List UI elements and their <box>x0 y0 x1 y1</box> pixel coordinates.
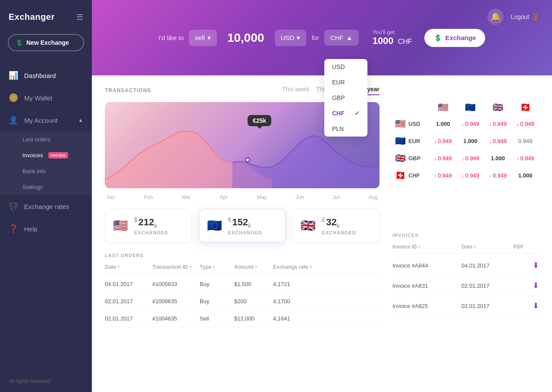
download-icon-3[interactable]: ⬇ <box>533 302 539 310</box>
order-txid-1: #1005633 <box>152 281 200 287</box>
chevron-down-icon: ▾ <box>297 34 300 42</box>
download-icon-1[interactable]: ⬇ <box>533 261 539 270</box>
currency-option-eur[interactable]: EUR <box>324 75 367 90</box>
currency-card-usd[interactable]: 🇺🇸 $212k EXCHANGED <box>105 209 192 243</box>
topbar-actions: 🔔 Logout 🚪 <box>487 9 539 25</box>
currency-option-usd[interactable]: USD <box>324 59 367 75</box>
sidebar-item-wallet[interactable]: 🪙 My Wallet <box>0 87 92 109</box>
sidebar-nav: 📊 Dashboard 🪙 My Wallet 👤 My Account ▲ L… <box>0 64 92 370</box>
currency-to-wrapper: CHF ▲ USD EUR GBP CHF ✓ <box>324 30 359 46</box>
action-select[interactable]: sell ▾ <box>189 30 217 46</box>
invoice-id-3: Invoice #A825 <box>392 303 461 309</box>
sidebar-item-bank-info[interactable]: Bank info <box>0 163 92 179</box>
currency-option-chf[interactable]: CHF ✓ <box>324 106 367 121</box>
order-amount-2: $200 <box>234 298 273 305</box>
invoice-id-1: Invoice #A844 <box>392 262 461 269</box>
sidebar-item-settings[interactable]: Settings <box>0 179 92 195</box>
exchange-icon: 💲 <box>434 34 442 42</box>
dashboard-cols: TRANSACTIONS This week This month This y… <box>105 86 539 327</box>
order-rate-1: 4,1721 <box>273 281 380 287</box>
gbp-label: EXCHANGED <box>322 230 356 235</box>
dashboard: TRANSACTIONS This week This month This y… <box>92 75 552 392</box>
chart-labels: Jan Feb Mar Apr May Jun Jul Aug <box>105 194 380 200</box>
chart-tooltip: €25k <box>248 115 271 126</box>
chart-label-feb: Feb <box>144 194 153 200</box>
chart-label-may: May <box>257 194 267 200</box>
chart-label-jan: Jan <box>107 194 115 200</box>
invoice-id-2: Invoice #A831 <box>392 283 461 289</box>
currency-from-select[interactable]: USD ▾ <box>275 30 307 46</box>
invoice-date-2: 02.01.2017 <box>461 283 513 289</box>
currency-option-pln[interactable]: PLN <box>324 121 367 137</box>
logout-button[interactable]: Logout 🚪 <box>511 13 539 20</box>
dashboard-inner: TRANSACTIONS This week This month This y… <box>92 75 552 392</box>
col-header-exrate[interactable]: Exchange rate ▾ <box>273 264 380 270</box>
order-row-1: 04.01.2017 #1005633 Buy $1,500 4,1721 <box>105 276 380 293</box>
invoice-date-3: 02.01.2017 <box>461 303 513 309</box>
sidebar-item-help[interactable]: ❓ Help <box>0 218 92 240</box>
sidebar-item-dashboard[interactable]: 📊 Dashboard <box>0 64 92 87</box>
for-label: for <box>311 34 319 41</box>
topbar: 🔔 Logout 🚪 I'd like to sell ▾ USD ▾ for … <box>92 0 552 75</box>
download-icon-2[interactable]: ⬇ <box>533 281 539 290</box>
sidebar-item-invoices[interactable]: Invoices overdue <box>0 147 92 163</box>
currency-dropdown: USD EUR GBP CHF ✓ PLN <box>324 59 367 137</box>
right-column: 🇺🇸 🇪🇺 🇬🇧 🇨🇭 🇺🇸 USD 1.000 <box>392 86 539 327</box>
order-rate-3: 4,1641 <box>273 315 380 322</box>
last-orders-section: LAST ORDERS Date ▾ Transaction ID ▾ Type… <box>105 253 380 327</box>
currency-card-eur[interactable]: 🇪🇺 €152k EXCHANGED <box>199 209 286 243</box>
wallet-icon: 🪙 <box>9 93 18 103</box>
gbp-info: £32k EXCHANGED <box>322 216 356 235</box>
chart-label-jun: Jun <box>295 194 304 200</box>
invoice-pdf-2[interactable]: ⬇ <box>513 281 539 290</box>
invoice-row-3: Invoice #A825 02.01.2017 ⬇ <box>392 296 539 316</box>
exchange-rates-icon: 💱 <box>9 202 18 211</box>
transactions-title: TRANSACTIONS <box>105 87 151 93</box>
currency-option-gbp[interactable]: GBP <box>324 90 367 106</box>
i-like-to-label: I'd like to <box>159 34 184 41</box>
invoice-pdf-1[interactable]: ⬇ <box>513 261 539 270</box>
notification-icon[interactable]: 🔔 <box>487 9 504 25</box>
sidebar-item-last-orders[interactable]: Last orders <box>0 131 92 147</box>
order-date-1: 04.01.2017 <box>105 281 152 287</box>
chart-label-apr: Apr <box>220 194 228 200</box>
order-rate-2: 4,1700 <box>273 298 380 305</box>
rate-row-usd: 🇺🇸 USD 1.000 0.949 0.949 0.949 <box>392 115 539 132</box>
col-header-type[interactable]: Type ▾ <box>200 264 234 270</box>
col-header-invoice-id[interactable]: Invoice ID ▾ <box>392 244 461 250</box>
hamburger-icon[interactable]: ☰ <box>76 12 83 22</box>
order-date-2: 02.01.2017 <box>105 298 152 305</box>
invoice-pdf-3[interactable]: ⬇ <box>513 301 539 311</box>
rate-row-gbp: 🇬🇧 GBP 0.949 0.949 1.000 0.949 <box>392 149 539 167</box>
usd-info: $212k EXCHANGED <box>134 216 168 235</box>
chart-data-point <box>245 157 250 162</box>
order-row-3: 02.01.2017 #1004635 Sell $12,000 4,1641 <box>105 310 380 327</box>
youll-get-label: You'll get <box>373 29 395 35</box>
col-header-amount[interactable]: Amount ▾ <box>234 264 273 270</box>
usd-amount: $212k <box>134 216 168 229</box>
sidebar-item-account[interactable]: 👤 My Account ▲ <box>0 109 92 131</box>
filter-this-week[interactable]: This week <box>282 86 309 95</box>
sidebar-item-exchange-rates[interactable]: 💱 Exchange rates <box>0 195 92 218</box>
col-header-date[interactable]: Date ▾ <box>105 264 152 270</box>
col-header-invoice-date[interactable]: Date ▾ <box>461 244 513 250</box>
chart-label-aug: Aug <box>369 194 378 200</box>
dashboard-icon: 📊 <box>9 71 18 80</box>
sidebar-footer: All rights reserved <box>0 370 92 392</box>
usd-flag: 🇺🇸 <box>113 218 128 233</box>
chevron-up-icon: ▲ <box>78 117 83 123</box>
gbp-flag: 🇬🇧 <box>301 218 316 233</box>
rate-table: 🇺🇸 🇪🇺 🇬🇧 🇨🇭 🇺🇸 USD 1.000 <box>392 100 539 184</box>
exchange-button[interactable]: 💲 Exchange <box>424 29 486 47</box>
sidebar: Exchanger ☰ 💲 New Exchange 📊 Dashboard 🪙… <box>0 0 92 392</box>
currency-to-select[interactable]: CHF ▲ <box>324 30 359 46</box>
exchange-rates-section: 🇺🇸 🇪🇺 🇬🇧 🇨🇭 🇺🇸 USD 1.000 <box>392 86 539 184</box>
col-header-txid[interactable]: Transaction ID ▾ <box>152 264 200 270</box>
rate-header-chf: 🇨🇭 <box>511 100 539 115</box>
new-exchange-button[interactable]: 💲 New Exchange <box>8 34 84 51</box>
order-type-2: Buy <box>200 298 234 305</box>
order-type-1: Buy <box>200 281 234 287</box>
amount-input[interactable] <box>222 31 270 45</box>
account-submenu: Last orders Invoices overdue Bank info S… <box>0 131 92 195</box>
currency-card-gbp[interactable]: 🇬🇧 £32k EXCHANGED <box>292 209 380 243</box>
